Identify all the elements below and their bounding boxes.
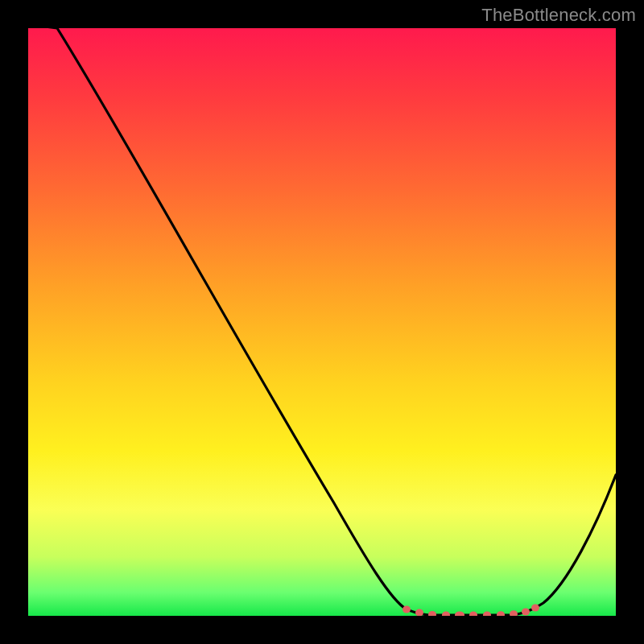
watermark-text: TheBottleneck.com [481, 5, 636, 26]
svg-point-10 [531, 605, 539, 612]
svg-point-1 [415, 609, 423, 617]
svg-point-3 [442, 612, 450, 617]
svg-point-4 [455, 612, 464, 617]
svg-point-2 [428, 611, 436, 616]
svg-point-5 [469, 612, 477, 617]
chart-svg [28, 28, 616, 616]
svg-point-7 [497, 611, 505, 616]
bottleneck-curve [28, 28, 616, 615]
svg-point-9 [522, 609, 530, 616]
svg-point-0 [402, 606, 411, 613]
svg-point-6 [483, 612, 491, 617]
plot-area [28, 28, 616, 616]
chart-frame: TheBottleneck.com [0, 0, 644, 644]
svg-point-8 [510, 610, 518, 616]
